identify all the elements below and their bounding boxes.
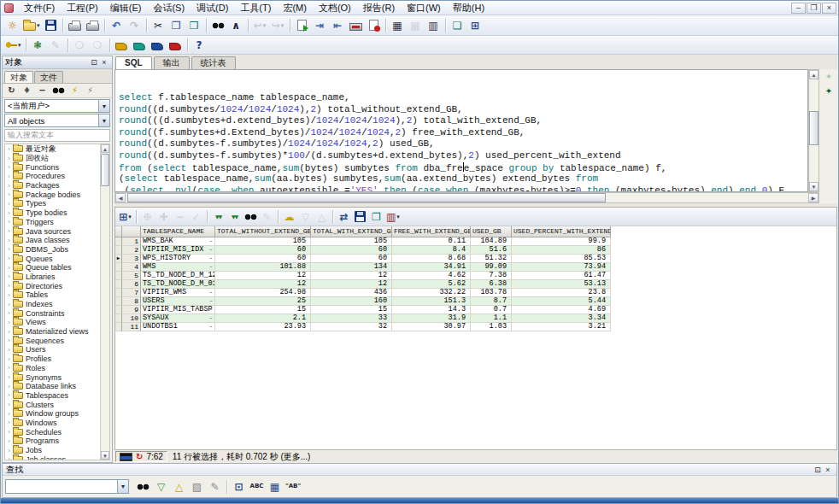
outdent-icon[interactable]: ⇤	[329, 17, 347, 33]
expand-icon[interactable]: ›	[5, 237, 13, 244]
table-row[interactable]: 11UNDOTBS1‒23.933230.971.033.21	[115, 323, 611, 331]
expand-icon[interactable]: ›	[5, 273, 13, 280]
expand-icon[interactable]: ›	[5, 401, 13, 408]
edit-find-icon[interactable]: ✎	[206, 478, 224, 495]
menu-item-9[interactable]: 报告(R)	[357, 1, 401, 15]
edit-pencil-icon[interactable]: ✎	[47, 37, 65, 53]
cell-value[interactable]: 4.62	[392, 272, 471, 280]
cell-value[interactable]: 23.8	[512, 289, 611, 297]
cell-value[interactable]: 105	[215, 237, 311, 246]
table-row[interactable]: 9VIPIIR_MIS_TABSP‒151514.30.74.69	[115, 306, 611, 314]
expand-icon[interactable]: ›	[5, 190, 13, 198]
tree-item[interactable]: ›Queue tables	[5, 263, 109, 273]
help-icon[interactable]: ?	[191, 37, 208, 53]
scroll-right-icon[interactable]: ▶	[808, 193, 818, 202]
expand-icon[interactable]: ›	[5, 218, 13, 226]
tree-item[interactable]: ›Profiles	[5, 355, 109, 364]
tree-item[interactable]: ›Indexes	[5, 300, 109, 309]
menu-item-1[interactable]: 文件(F)	[18, 1, 61, 15]
expand-icon[interactable]: ›	[5, 337, 13, 344]
minimize-button[interactable]: –	[791, 3, 806, 14]
sort-asc-icon[interactable]: △	[314, 209, 330, 224]
cell-value[interactable]: 99.09	[471, 263, 512, 272]
preferences-icon[interactable]: ▾	[3, 37, 23, 53]
tree-item[interactable]: ›Materialized views	[5, 327, 109, 337]
expand-icon[interactable]: ›	[5, 291, 13, 299]
regex-icon[interactable]: "AB"	[284, 478, 302, 495]
scroll-up-icon[interactable]: ▲	[809, 70, 818, 79]
cell-value[interactable]: 86	[512, 246, 611, 255]
editor-vertical-scrollbar[interactable]: ▲ ▼	[808, 69, 819, 192]
cell-value[interactable]: 8.68	[392, 255, 471, 263]
expand-icon[interactable]: ›	[5, 319, 13, 326]
tree-item[interactable]: ›Functions	[5, 162, 109, 172]
macro-play-icon[interactable]: ▦	[389, 17, 407, 33]
find-object-icon[interactable]	[50, 85, 67, 97]
expand-icon[interactable]: ›	[5, 182, 13, 190]
tree-item[interactable]: ›Packages	[5, 181, 109, 190]
tree-item[interactable]: ›Job classes	[5, 454, 109, 460]
cell-tablespace-name[interactable]: UNDOTBS1‒	[141, 323, 215, 331]
column-header-TOTAL_WITHOUT_EXTEND_GB[interactable]: TOTAL_WITHOUT_EXTEND_GB	[215, 226, 311, 237]
cell-value[interactable]: 99.9	[512, 237, 611, 246]
tree-item[interactable]: ›Views	[5, 318, 109, 327]
cell-ellipsis-icon[interactable]: ‒	[209, 314, 213, 322]
close-button[interactable]: ×	[822, 3, 836, 14]
preferences-icon-dropdown[interactable]: ▾	[18, 42, 21, 49]
post-changes-icon[interactable]: ✓	[188, 209, 204, 224]
table-row[interactable]: 10SYSAUX‒2.13331.91.13.34	[115, 314, 611, 323]
tree-item[interactable]: ›Schedules	[5, 427, 109, 437]
expand-icon[interactable]: ›	[5, 282, 13, 290]
scroll-up-icon[interactable]: ▲	[101, 144, 109, 153]
cell-value[interactable]: 51.32	[471, 255, 512, 263]
tab-输出[interactable]: 输出	[154, 56, 190, 69]
column-header-FREE_WITH_EXTEND_GB[interactable]: FREE_WITH_EXTEND_GB	[392, 226, 471, 237]
close-panel-icon[interactable]: ×	[99, 58, 109, 67]
filter-icon[interactable]: ⚡	[67, 85, 82, 97]
auto-refresh-icon[interactable]: ↻	[136, 452, 143, 461]
column-header-USED_PERCENT_WITH_EXTEND[interactable]: USED_PERCENT_WITH_EXTEND	[512, 226, 611, 237]
cell-value[interactable]: 60	[311, 246, 392, 255]
sort-icon[interactable]: ⚡	[83, 85, 97, 97]
scroll-down-icon[interactable]: ▼	[101, 451, 109, 460]
print-options-icon[interactable]	[84, 17, 102, 33]
case-sensitive-icon[interactable]: ▦	[266, 478, 284, 495]
indent-icon[interactable]: ⇥	[311, 17, 329, 33]
in-selection-icon[interactable]: ⊡	[230, 478, 248, 495]
find-dock-icon[interactable]: ⊡	[813, 466, 823, 474]
new-icon[interactable]: ☼	[3, 17, 21, 33]
cell-value[interactable]: 0.7	[471, 306, 512, 314]
tree-item[interactable]: ›Triggers	[5, 218, 109, 227]
cell-ellipsis-icon[interactable]: ‒	[209, 272, 213, 279]
expand-icon[interactable]: ›	[5, 455, 13, 460]
refresh-grid-icon[interactable]: ❉	[139, 209, 155, 224]
insert-row-icon[interactable]: ✚	[155, 209, 172, 224]
table-row[interactable]: 8USERS‒25160151.38.75.44	[115, 297, 611, 306]
tree-item[interactable]: ›Sequences	[5, 336, 109, 345]
cell-value[interactable]: 160	[311, 297, 392, 306]
chevron-down-icon[interactable]: ▼	[117, 480, 128, 493]
cell-tablespace-name[interactable]: VIPIIR_WMS‒	[141, 289, 215, 297]
cell-value[interactable]: 60	[311, 255, 392, 263]
cell-value[interactable]: 25	[215, 297, 311, 306]
find-prev-up-icon[interactable]: △	[170, 478, 188, 495]
sort-desc-icon[interactable]: ▽	[297, 209, 314, 224]
sidebar-tab-对象[interactable]: 对象	[4, 71, 33, 83]
expand-icon[interactable]: ›	[5, 200, 13, 208]
tree-item[interactable]: ›Synonyms	[5, 372, 109, 382]
chevron-down-icon[interactable]: ▼	[98, 114, 109, 126]
table-row[interactable]: 5TS_TD_NODE_D_M_12‒12124.627.3861.47	[115, 272, 611, 280]
chevron-down-icon[interactable]: ▼	[98, 100, 109, 112]
expand-icon[interactable]: ›	[5, 437, 13, 445]
expand-icon[interactable]: ›	[5, 447, 13, 454]
tree-scrollbar[interactable]: ▲ ▼	[100, 144, 109, 460]
session-teal-icon[interactable]	[131, 37, 149, 53]
expand-icon[interactable]: ›	[5, 346, 13, 354]
cell-value[interactable]: 1.03	[471, 323, 512, 331]
expand-icon[interactable]: ›	[5, 328, 13, 336]
export-options-icon[interactable]: ▥▾	[384, 209, 402, 224]
copy-window-icon[interactable]: ❏	[449, 17, 466, 33]
user-filter-combo[interactable]: <当前用户> ▼	[4, 99, 110, 113]
expand-icon[interactable]: ›	[5, 410, 13, 418]
expand-icon[interactable]: ›	[5, 264, 13, 272]
